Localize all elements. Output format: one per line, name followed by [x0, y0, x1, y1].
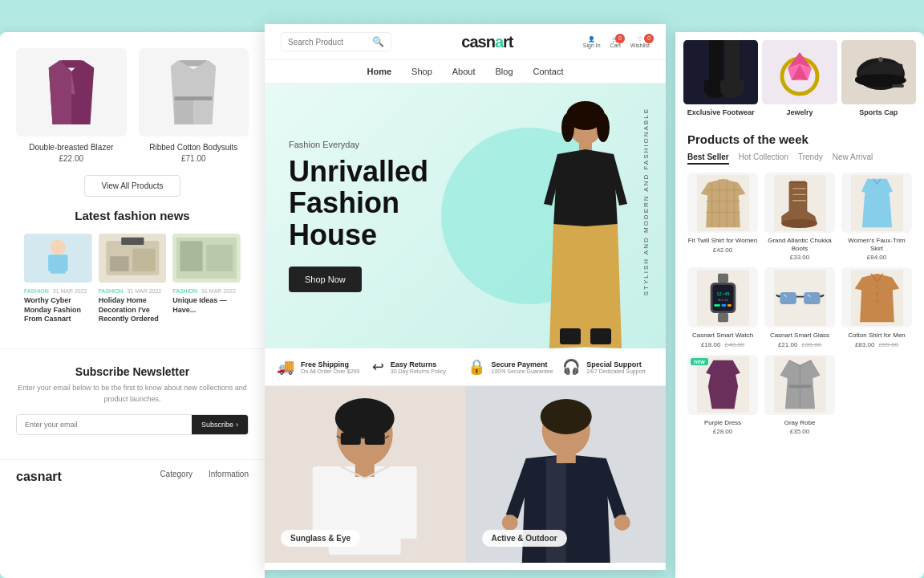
feature-payment-desc: 100% Secure Guarantee	[492, 368, 553, 374]
blazer-icon	[43, 60, 99, 124]
svg-rect-8	[62, 254, 68, 271]
nav-bar: Home Shop About Blog Contact	[265, 60, 666, 83]
left-product-grid: Double-breasted Blazer £22.00 Ri	[16, 48, 249, 163]
pw-img-5	[764, 267, 835, 328]
smart-glass-icon	[774, 270, 826, 326]
category-cap-img	[841, 40, 916, 104]
shop-now-button[interactable]: Shop Now	[289, 267, 362, 292]
filter-tab-trendy[interactable]: Trendy	[798, 153, 823, 165]
pw-card-8[interactable]: Gray Robe £35.00	[764, 355, 835, 436]
nav-blog[interactable]: Blog	[496, 67, 513, 76]
feature-support: 🎧 Special Support 24/7 Dedicated Support	[562, 358, 654, 376]
svg-rect-86	[780, 292, 796, 304]
wishlist-button[interactable]: ♡ 0 Wishlist	[630, 36, 650, 48]
nav-shop[interactable]: Shop	[411, 67, 432, 76]
pw-card-7[interactable]: new Purple Dress £28.00	[687, 355, 758, 436]
svg-rect-28	[341, 433, 361, 445]
feature-returns-title: Easy Returns	[391, 360, 446, 368]
feature-payment-text: Secure Payment 100% Secure Guarantee	[492, 360, 553, 374]
subscribe-button[interactable]: Subscribe ›	[192, 415, 248, 434]
returns-icon: ↩	[372, 358, 384, 376]
left-product-name-1: Double-breasted Blazer	[16, 143, 127, 152]
pw-price-5: £21.00 £39.00	[764, 341, 835, 348]
feature-support-title: Special Support	[586, 360, 646, 368]
center-panel: 🔍 casnart 👤 Sign In 🛒 0 Cart ♡ 0 Wishlis…	[265, 24, 666, 570]
pw-card-6[interactable]: Cotton Shirt for Men £83.00 £99.00	[841, 267, 912, 348]
filter-tab-hot-collection[interactable]: Hot Collection	[739, 153, 788, 165]
news-title-3: Unique Ideas — Have...	[172, 296, 241, 315]
pw-card-3[interactable]: Women's Faux-Trim Skirt £84.00	[841, 173, 912, 261]
category-jewelry[interactable]: Jewelry	[762, 40, 837, 116]
search-box[interactable]: 🔍	[281, 32, 391, 51]
category-cap-label: Sports Cap	[841, 108, 916, 116]
view-all-button[interactable]: View All Products	[84, 175, 180, 197]
category-footwear-label: Exclusive Footwear	[683, 108, 758, 116]
left-product-card-2[interactable]: Ribbed Cotton Bodysuits £71.00	[139, 48, 249, 163]
news-image-2-icon	[99, 232, 167, 284]
news-date-3: 31 MAR 2022	[201, 288, 236, 294]
feature-support-text: Special Support 24/7 Dedicated Support	[586, 360, 646, 374]
category-cap[interactable]: Sports Cap	[841, 40, 916, 116]
news-title: Latest fashion news	[16, 209, 249, 222]
svg-text:12:45: 12:45	[716, 291, 730, 295]
pw-price-4: £18.00 £48.00	[687, 341, 758, 348]
smart-watch-icon: 12:45 Mon 14	[697, 270, 749, 326]
nav-about[interactable]: About	[452, 67, 476, 76]
svg-rect-76	[718, 274, 728, 283]
svg-rect-7	[48, 254, 55, 271]
payment-icon: 🔒	[468, 358, 485, 376]
search-icon[interactable]: 🔍	[372, 36, 384, 47]
left-product-card-1[interactable]: Double-breasted Blazer £22.00	[16, 48, 127, 163]
pw-price-7: £28.00	[687, 428, 758, 435]
bottom-products-section: Sunglass & Eye	[265, 386, 666, 563]
bottom-product-label-2: Active & Outdoor	[482, 530, 567, 547]
hero-model-figure	[521, 100, 650, 348]
jewelry-icon	[764, 40, 836, 104]
svg-rect-13	[121, 238, 144, 245]
svg-point-21	[597, 113, 610, 142]
signin-button[interactable]: 👤 Sign In	[583, 36, 601, 48]
svg-rect-84	[727, 304, 732, 307]
search-input[interactable]	[288, 38, 368, 47]
hero-title: Unrivalled Fashion House	[289, 156, 461, 251]
filter-tab-new-arrival[interactable]: New Arrival	[833, 153, 873, 165]
category-footwear[interactable]: Exclusive Footwear	[683, 40, 758, 116]
subscribe-email-input[interactable]	[17, 415, 192, 434]
cotton-shirt-icon	[851, 270, 903, 326]
news-img-2	[99, 232, 167, 284]
right-panel: Exclusive Footwear Jewelry	[675, 32, 924, 578]
pw-img-7: new	[687, 355, 758, 415]
pw-name-1: Fit Twill Shirt for Women	[687, 237, 758, 245]
left-footer-links: Category Information	[160, 470, 249, 484]
pw-img-6	[841, 267, 912, 328]
subscribe-form: Subscribe ›	[16, 414, 249, 435]
news-item-1[interactable]: FASHION 31 MAR 2022 Worthy Cyber Monday …	[24, 232, 92, 324]
news-item-3[interactable]: FASHION 31 MAR 2022 Unique Ideas — Have.…	[172, 232, 241, 324]
pw-img-1	[687, 173, 758, 233]
bottom-product-outdoor[interactable]: Active & Outdoor	[466, 386, 667, 563]
twill-shirt-icon	[697, 175, 749, 231]
pw-img-2	[764, 173, 835, 233]
pw-card-1[interactable]: Fit Twill Shirt for Women £42.00	[687, 173, 758, 261]
cart-button[interactable]: 🛒 0 Cart	[610, 36, 621, 48]
pw-name-4: Casnart Smart Watch	[687, 332, 758, 340]
footer-link-information[interactable]: Information	[209, 470, 249, 484]
svg-rect-3	[175, 96, 213, 100]
news-item-2[interactable]: FASHION 31 MAR 2022 Holiday Home Decorat…	[99, 232, 167, 324]
purple-dress-icon	[697, 356, 749, 413]
feature-payment: 🔒 Secure Payment 100% Secure Guarantee	[468, 358, 559, 376]
svg-text:Mon 14: Mon 14	[718, 299, 727, 302]
site-logo[interactable]: casnart	[461, 33, 513, 51]
feature-returns: ↩ Easy Returns 30 Day Returns Policy	[372, 358, 464, 376]
filter-tab-best-seller[interactable]: Best Seller	[687, 153, 729, 165]
pw-card-2[interactable]: Grand Atlantic Chukka Boots £33.00	[764, 173, 835, 261]
nav-home[interactable]: Home	[367, 67, 392, 76]
user-icon: 👤	[588, 36, 595, 43]
nav-contact[interactable]: Contact	[533, 67, 564, 76]
bottom-product-sunglass[interactable]: Sunglass & Eye	[265, 386, 466, 563]
footer-link-category[interactable]: Category	[160, 470, 192, 484]
left-product-img-1	[16, 48, 127, 136]
pw-card-5[interactable]: Casnart Smart Glass £21.00 £39.00	[764, 267, 835, 348]
hero-curved-text: STYLISH AND MODERN AND FASHIONABLE	[642, 108, 650, 295]
pw-card-4[interactable]: 12:45 Mon 14 Casnart Smart Watch £18.00 …	[687, 267, 758, 348]
